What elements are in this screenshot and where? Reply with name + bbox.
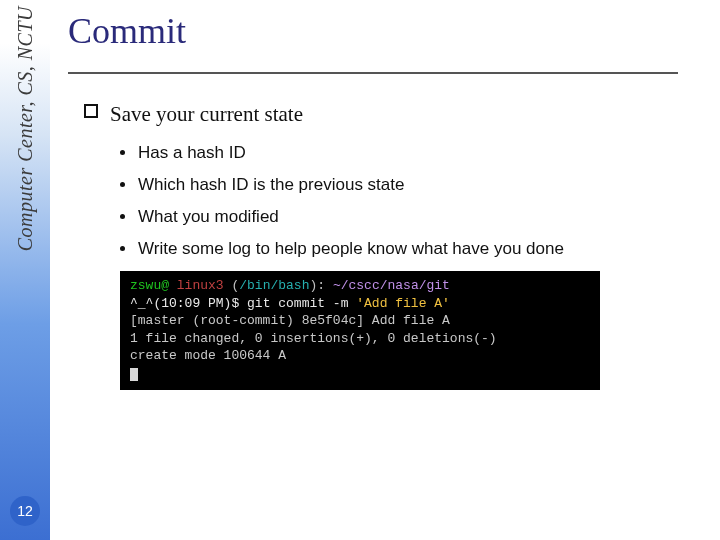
bullet-2-text: Which hash ID is the previous state bbox=[138, 175, 404, 194]
square-bullet-icon bbox=[84, 104, 98, 118]
title-divider bbox=[68, 72, 678, 74]
bullet-level-2: What you modified bbox=[138, 207, 700, 227]
term-prompt: ^_^(10:09 PM)$ bbox=[130, 296, 247, 311]
cursor-icon bbox=[130, 368, 138, 381]
term-shell: /bin/bash bbox=[239, 278, 309, 293]
bullet-1-text: Save your current state bbox=[110, 102, 303, 126]
term-rparen: ): bbox=[309, 278, 332, 293]
bullet-level-1: Save your current state bbox=[110, 102, 700, 127]
body: Save your current state Has a hash ID Wh… bbox=[68, 102, 700, 390]
bullet-2-text: Write some log to help people know what … bbox=[138, 239, 564, 258]
dot-bullet-icon bbox=[120, 150, 125, 155]
bullet-level-2: Has a hash ID bbox=[138, 143, 700, 163]
slide: Computer Center, CS, NCTU 12 Commit Save… bbox=[0, 0, 720, 540]
sidebar: Computer Center, CS, NCTU bbox=[0, 0, 50, 540]
terminal-screenshot: zswu@ linux3 (/bin/bash): ~/cscc/nasa/gi… bbox=[120, 271, 600, 390]
terminal-cursor-line bbox=[130, 365, 590, 383]
sub-bullet-list: Has a hash ID Which hash ID is the previ… bbox=[110, 143, 700, 259]
bullet-2-text: Has a hash ID bbox=[138, 143, 246, 162]
bullet-level-2: Which hash ID is the previous state bbox=[138, 175, 700, 195]
terminal-output: [master (root-commit) 8e5f04c] Add file … bbox=[130, 312, 590, 330]
sidebar-label: Computer Center, CS, NCTU bbox=[14, 6, 37, 251]
term-arg: 'Add file A' bbox=[356, 296, 450, 311]
term-host: linux3 bbox=[169, 278, 231, 293]
terminal-line-1: zswu@ linux3 (/bin/bash): ~/cscc/nasa/gi… bbox=[130, 277, 590, 295]
bullet-2-text: What you modified bbox=[138, 207, 279, 226]
dot-bullet-icon bbox=[120, 214, 125, 219]
term-user: zswu@ bbox=[130, 278, 169, 293]
slide-title: Commit bbox=[68, 10, 700, 52]
term-command: git commit -m bbox=[247, 296, 356, 311]
terminal-output: 1 file changed, 0 insertions(+), 0 delet… bbox=[130, 330, 590, 348]
terminal-output: create mode 100644 A bbox=[130, 347, 590, 365]
terminal-line-2: ^_^(10:09 PM)$ git commit -m 'Add file A… bbox=[130, 295, 590, 313]
bullet-level-2: Write some log to help people know what … bbox=[138, 239, 700, 259]
dot-bullet-icon bbox=[120, 246, 125, 251]
term-path: ~/cscc/nasa/git bbox=[333, 278, 450, 293]
dot-bullet-icon bbox=[120, 182, 125, 187]
page-number: 12 bbox=[10, 496, 40, 526]
content-area: Commit Save your current state Has a has… bbox=[68, 10, 700, 390]
